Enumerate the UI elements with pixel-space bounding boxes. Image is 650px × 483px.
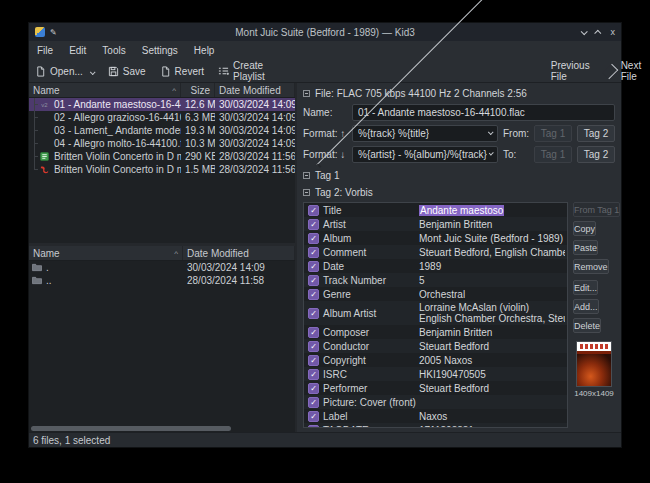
tag-frame-row[interactable]: ✓Track Number5 [304, 273, 567, 287]
chevron-down-icon[interactable] [90, 66, 94, 77]
frame-value[interactable]: 1989 [419, 261, 565, 272]
tag2-section-header[interactable]: Tag 2: Vorbis [303, 187, 615, 199]
file-info-section[interactable]: File: FLAC 705 kbps 44100 Hz 2 Channels … [303, 87, 615, 100]
checkbox-checked-icon[interactable]: ✓ [308, 397, 319, 408]
checkbox-checked-icon[interactable]: ✓ [308, 411, 319, 422]
menu-settings[interactable]: Settings [142, 45, 178, 56]
tag-frame-row[interactable]: ✓Album ArtistLorraine McAslan (violin)En… [304, 301, 567, 325]
checkbox-checked-icon[interactable]: ✓ [308, 275, 319, 286]
tag-frame-row[interactable]: ✓Picture: Cover (front) [304, 395, 567, 409]
from-tag2-button[interactable]: Tag 2 [577, 125, 615, 142]
tag-frame-row[interactable]: ✓Copyright2005 Naxos [304, 353, 567, 367]
frame-value[interactable]: Steuart Bedford [419, 383, 565, 394]
collapse-box-icon[interactable] [303, 172, 310, 179]
directory-list-header-name[interactable]: Name^ [29, 246, 183, 260]
toolbar-next-file-button[interactable]: Next File [604, 60, 642, 82]
filename-input[interactable] [352, 104, 615, 121]
maximize-button[interactable] [596, 25, 601, 39]
tag-frame-row[interactable]: ✓CommentSteuart Bedford, English Chamber… [304, 245, 567, 259]
file-list-header-name[interactable]: Name^ [29, 83, 181, 97]
add-button[interactable]: Add... [573, 299, 599, 314]
tag-frame-row[interactable]: ✓TAGDATE1711803331 [304, 423, 567, 428]
tag1-section-header[interactable]: Tag 1 [303, 169, 615, 181]
frame-value[interactable]: Naxos [419, 411, 565, 422]
frame-value[interactable]: 5 [419, 275, 565, 286]
from-tag-1-button[interactable]: From Tag 1 [573, 202, 620, 217]
scrollbar-thumb[interactable] [31, 426, 231, 431]
tag-frame-row[interactable]: ✓GenreOrchestral [304, 287, 567, 301]
format-up-combobox[interactable]: %{track} %{title} [352, 125, 498, 142]
checkbox-checked-icon[interactable]: ✓ [308, 383, 319, 394]
toolbar-save-button[interactable]: Save [108, 66, 146, 77]
checkbox-checked-icon[interactable]: ✓ [308, 261, 319, 272]
paste-button[interactable]: Paste [573, 240, 598, 255]
directory-row[interactable]: .30/03/2024 14:09 [29, 261, 295, 274]
file-row[interactable]: 02 - Allegro grazioso-16-44100.flac6.3 M… [29, 111, 295, 124]
checkbox-checked-icon[interactable]: ✓ [308, 341, 319, 352]
edit-button[interactable]: Edit... [573, 280, 598, 295]
titlebar[interactable]: ✎ Mont Juic Suite (Bedford - 1989) — Kid… [29, 23, 621, 41]
file-list-header-modified[interactable]: Date Modified [215, 83, 295, 97]
tag-frame-row[interactable]: ✓TitleAndante maestoso [304, 203, 567, 217]
menu-tools[interactable]: Tools [102, 45, 125, 56]
checkbox-checked-icon[interactable]: ✓ [308, 369, 319, 380]
tag-frame-row[interactable]: ✓Date1989 [304, 259, 567, 273]
directory-list-header-modified[interactable]: Date Modified [183, 246, 295, 260]
toolbar-open-button[interactable]: Open... [35, 66, 94, 77]
format-down-combobox[interactable]: %{artist} - %{album}/%{track} %{title} [352, 146, 498, 163]
checkbox-checked-icon[interactable]: ✓ [308, 327, 319, 338]
checkbox-checked-icon[interactable]: ✓ [308, 308, 319, 319]
file-row[interactable]: Britten Violin Concerto in D minor Op. 1… [29, 150, 295, 163]
frame-value[interactable]: Orchestral [419, 289, 565, 300]
to-tag1-button[interactable]: Tag 1 [534, 146, 572, 163]
toolbar-previous-file-button[interactable]: Previous File [279, 60, 590, 82]
frame-value[interactable]: Benjamin Britten [419, 327, 565, 338]
remove-button[interactable]: Remove [573, 259, 609, 274]
checkbox-checked-icon[interactable]: ✓ [308, 247, 319, 258]
collapse-box-icon[interactable] [303, 189, 310, 196]
directory-row[interactable]: ..28/03/2024 11:58 [29, 274, 295, 287]
file-list-header-size[interactable]: Size [181, 83, 215, 97]
file-row[interactable]: v201 - Andante maestoso-16-44100.flac12.… [29, 98, 295, 111]
checkbox-checked-icon[interactable]: ✓ [308, 289, 319, 300]
tag-frame-row[interactable]: ✓AlbumMont Juic Suite (Bedford - 1989) [304, 231, 567, 245]
from-tag1-button[interactable]: Tag 1 [534, 125, 572, 142]
checkbox-checked-icon[interactable]: ✓ [308, 355, 319, 366]
tag-frame-row[interactable]: ✓ISRCHKI190470505 [304, 367, 567, 381]
file-row[interactable]: Britten Violin Concerto in D minor Op. 1… [29, 163, 295, 176]
checkbox-checked-icon[interactable]: ✓ [308, 219, 319, 230]
tag-frame-row[interactable]: ✓ComposerBenjamin Britten [304, 325, 567, 339]
frame-value[interactable]: Andante maestoso [419, 205, 565, 216]
to-tag2-button[interactable]: Tag 2 [577, 146, 615, 163]
frame-value[interactable]: Mont Juic Suite (Bedford - 1989) [419, 233, 565, 244]
pin-icon[interactable]: ✎ [50, 28, 57, 37]
file-row[interactable]: 04 - Allegro molto-16-44100.flac10.3 MB3… [29, 137, 295, 150]
copy-button[interactable]: Copy [573, 221, 596, 236]
tag-frame-row[interactable]: ✓ArtistBenjamin Britten [304, 217, 567, 231]
frame-value[interactable]: Benjamin Britten [419, 219, 565, 230]
frame-value[interactable]: Steuart Bedford, English Chamber Orchest… [419, 247, 565, 258]
frame-value[interactable]: 2005 Naxos [419, 355, 565, 366]
file-row[interactable]: 03 - Lament_ Andante moderato-16-44100..… [29, 124, 295, 137]
menu-help[interactable]: Help [194, 45, 215, 56]
tag-frame-row[interactable]: ✓ConductorSteuart Bedford [304, 339, 567, 353]
frame-value[interactable]: Lorraine McAslan (violin)English Chamber… [419, 302, 565, 324]
album-cover-thumbnail[interactable] [576, 341, 612, 387]
menu-edit[interactable]: Edit [69, 45, 86, 56]
checkbox-checked-icon[interactable]: ✓ [308, 205, 319, 216]
checkbox-checked-icon[interactable]: ✓ [308, 425, 319, 428]
collapse-box-icon[interactable] [303, 90, 310, 97]
minimize-button[interactable] [581, 25, 586, 39]
tag-frame-row[interactable]: ✓LabelNaxos [304, 409, 567, 423]
checkbox-checked-icon[interactable]: ✓ [308, 233, 319, 244]
tag-frame-row[interactable]: ✓PerformerSteuart Bedford [304, 381, 567, 395]
frame-value[interactable]: HKI190470505 [419, 369, 565, 380]
horizontal-scrollbar[interactable] [29, 425, 295, 432]
toolbar-create-playlist-button[interactable]: Create Playlist [218, 60, 265, 82]
delete-button[interactable]: Delete [573, 318, 601, 333]
frame-value[interactable]: Steuart Bedford [419, 341, 565, 352]
close-button[interactable]: x [611, 25, 616, 39]
frame-value[interactable]: 1711803331 [419, 425, 565, 428]
toolbar-revert-button[interactable]: Revert [160, 66, 204, 77]
menu-file[interactable]: File [37, 45, 53, 56]
